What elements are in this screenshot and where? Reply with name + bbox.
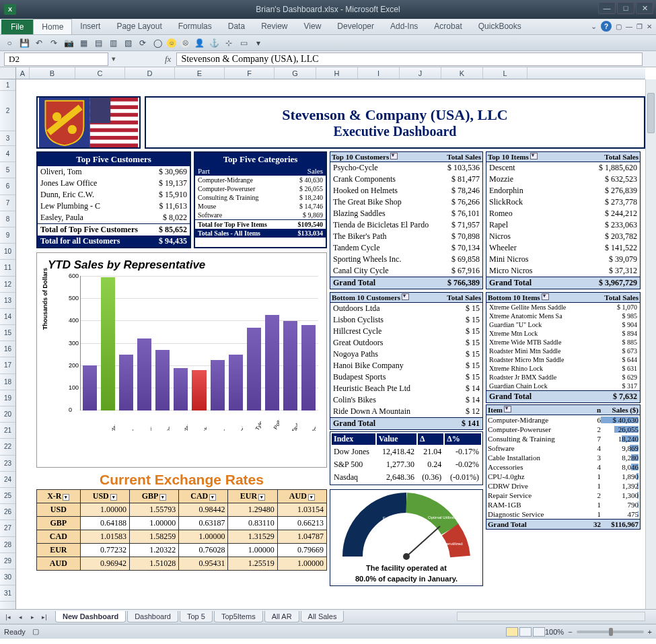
vertical-scrollbar[interactable]	[645, 79, 656, 609]
row-header[interactable]: 11	[0, 260, 15, 276]
dropdown-icon[interactable]: ▾	[110, 494, 117, 501]
tab-nav-prev-icon[interactable]: ◂	[15, 612, 26, 622]
row-header[interactable]: 3	[0, 131, 15, 146]
zoom-out-icon[interactable]: −	[568, 628, 572, 636]
qat-circle-icon[interactable]: ◯	[152, 38, 163, 48]
row-header[interactable]: 18	[0, 374, 15, 390]
ribbon-minimize-icon[interactable]: ▢	[616, 23, 622, 30]
qat-refresh-icon[interactable]: ⟳	[137, 38, 148, 48]
sheet-tab[interactable]: New Dashboard	[55, 611, 126, 622]
fx-icon[interactable]: fx	[165, 54, 171, 65]
column-header[interactable]: D	[125, 67, 175, 79]
ribbon-tab-data[interactable]: Data	[220, 19, 253, 34]
row-header[interactable]: 9	[0, 227, 15, 244]
view-normal-icon[interactable]	[506, 627, 518, 637]
column-header[interactable]: H	[316, 67, 358, 79]
qat-camera-icon[interactable]: 📷	[63, 38, 74, 48]
customize-ribbon-icon[interactable]: ⌄	[591, 22, 597, 31]
column-header[interactable]: F	[225, 67, 275, 79]
ribbon-tab-quickbooks[interactable]: QuickBooks	[470, 19, 530, 34]
view-layout-icon[interactable]	[519, 627, 532, 637]
row-header[interactable]: 2	[0, 91, 15, 131]
qat-save-icon[interactable]: 💾	[19, 38, 30, 48]
qat-grid4-icon[interactable]: ▧	[122, 38, 133, 48]
file-tab[interactable]: File	[1, 20, 33, 34]
name-box-dropdown-icon[interactable]: ▾	[108, 55, 119, 63]
row-header[interactable]: 20	[0, 406, 15, 423]
row-header[interactable]: 31	[0, 585, 15, 602]
row-header[interactable]: 26	[0, 504, 15, 520]
filter-icon[interactable]	[504, 406, 511, 413]
qat-tree-icon[interactable]: ⊹	[223, 38, 234, 48]
filter-icon[interactable]	[390, 153, 398, 159]
row-header[interactable]: 10	[0, 244, 15, 260]
column-header[interactable]: C	[75, 67, 125, 79]
qat-dropdown-icon[interactable]: ▾	[253, 38, 264, 48]
qat-smiley-icon[interactable]: ☺	[167, 38, 176, 48]
row-header[interactable]: 8	[0, 211, 15, 227]
qat-grid3-icon[interactable]: ▥	[108, 38, 118, 48]
row-header[interactable]: 23	[0, 456, 15, 472]
minimize-button[interactable]: ―	[598, 2, 616, 14]
filter-icon[interactable]	[542, 293, 549, 300]
horizontal-scrollbar[interactable]	[457, 612, 645, 621]
row-header[interactable]: 5	[0, 162, 15, 178]
filter-icon[interactable]	[402, 293, 409, 300]
row-header[interactable]: 27	[0, 520, 15, 536]
row-header[interactable]: 21	[0, 423, 15, 439]
row-header[interactable]: 14	[0, 309, 15, 325]
ribbon-tab-view[interactable]: View	[296, 19, 330, 34]
tab-nav-first-icon[interactable]: |◂	[3, 612, 13, 622]
qat-grid2-icon[interactable]: ▤	[93, 38, 104, 48]
dropdown-icon[interactable]: ▾	[63, 494, 69, 501]
row-header[interactable]: 29	[0, 553, 15, 569]
column-header[interactable]: B	[30, 67, 75, 79]
qat-grid1-icon[interactable]: ▦	[78, 38, 89, 48]
ribbon-tab-formulas[interactable]: Formulas	[170, 19, 220, 34]
help-icon[interactable]: ?	[601, 21, 612, 32]
column-header[interactable]: A	[16, 67, 30, 79]
row-header[interactable]: 19	[0, 390, 15, 406]
row-header[interactable]: 15	[0, 325, 15, 341]
name-box[interactable]	[4, 52, 108, 66]
row-header[interactable]: 7	[0, 195, 15, 211]
ribbon-tab-acrobat[interactable]: Acrobat	[426, 19, 470, 34]
tab-nav-last-icon[interactable]: ▸|	[39, 612, 50, 622]
row-header[interactable]: 22	[0, 439, 15, 455]
sheet-tab[interactable]: All AR	[264, 611, 299, 622]
column-header[interactable]: G	[275, 67, 316, 79]
view-break-icon[interactable]	[533, 627, 545, 637]
column-header[interactable]: E	[175, 67, 225, 79]
row-header[interactable]: 17	[0, 357, 15, 373]
zoom-slider[interactable]	[577, 631, 644, 633]
sheet-tab[interactable]: Dashboard	[127, 611, 178, 622]
column-header[interactable]: I	[358, 67, 400, 79]
workbook-restore-icon[interactable]: ❐	[636, 23, 643, 30]
row-header[interactable]: 30	[0, 569, 15, 585]
qat-person-icon[interactable]: 👤	[194, 38, 205, 48]
ribbon-tab-review[interactable]: Review	[253, 19, 295, 34]
column-header[interactable]: L	[483, 67, 527, 79]
row-header[interactable]: 16	[0, 341, 15, 357]
row-header[interactable]: 13	[0, 293, 15, 309]
sheet-tab[interactable]: Top5Items	[214, 611, 263, 622]
tab-nav-next-icon[interactable]: ▸	[27, 612, 38, 622]
sheet-tab[interactable]: All Sales	[301, 611, 344, 622]
column-header[interactable]: J	[400, 67, 441, 79]
zoom-level[interactable]: 100%	[545, 628, 564, 636]
close-button[interactable]: ✕	[636, 2, 653, 14]
qat-new-icon[interactable]: ○	[4, 38, 15, 48]
row-header[interactable]: 4	[0, 146, 15, 162]
row-header[interactable]: 28	[0, 537, 15, 553]
row-header[interactable]: 12	[0, 277, 15, 293]
ribbon-tab-add-ins[interactable]: Add-Ins	[382, 19, 426, 34]
qat-anchor-icon[interactable]: ⚓	[209, 38, 219, 48]
ribbon-tab-insert[interactable]: Insert	[72, 19, 108, 34]
zoom-in-icon[interactable]: +	[648, 628, 652, 636]
ribbon-tab-page-layout[interactable]: Page Layout	[108, 19, 170, 34]
ribbon-tab-home[interactable]: Home	[33, 19, 72, 34]
workbook-minimize-icon[interactable]: ―	[626, 23, 632, 30]
dropdown-icon[interactable]: ▾	[258, 494, 265, 501]
row-header[interactable]: 25	[0, 488, 15, 504]
dropdown-icon[interactable]: ▾	[308, 494, 315, 501]
